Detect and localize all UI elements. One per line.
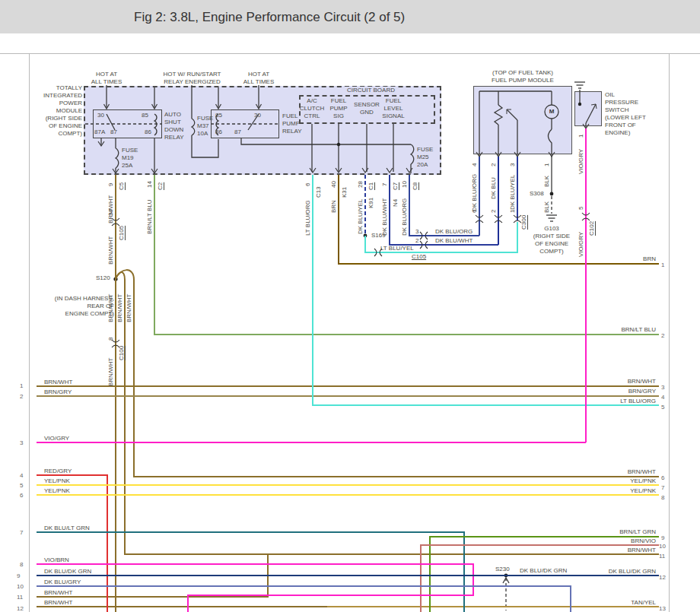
fp-pin-85: 85 [215, 112, 222, 119]
left-row-number: 10 [17, 583, 24, 590]
wire-vio-brn [37, 564, 473, 612]
exit40-pin: 40 [330, 177, 337, 188]
right-row-label: DK BLU/DK GRN [534, 568, 656, 576]
wire-brn-wht-branch3 [116, 270, 659, 477]
fpm-pin-2: 2 [490, 157, 497, 166]
asd-relay-name: AUTO SHUT DOWN RELAY [164, 111, 184, 141]
fuse-m25-label: FUSE M25 20A [417, 146, 433, 169]
exit40-wire-color: BRN [330, 193, 337, 213]
c105a-pin-34: 34 [107, 204, 114, 216]
exit28-pin: 28 [357, 177, 364, 188]
right-row-number: 8 [661, 494, 664, 501]
left-row-label: RED/GRY [44, 468, 72, 475]
wire-dk-blu-lt-grn [37, 532, 464, 612]
c105-row3-pin: 3 [415, 228, 418, 236]
left-row-label: BRN/WHT [44, 599, 72, 607]
left-row-number: 11 [17, 594, 23, 601]
s120-wire-2: BRN/WHT [116, 289, 123, 322]
wiring-diagram-page: Fig 2: 3.8L, Engine Performance Circuit … [0, 0, 700, 612]
exit6-circuit-code: C13 [315, 182, 322, 198]
exit28-wire-color: DK BLU/YEL [357, 192, 364, 234]
exit7-connector: C7 [392, 178, 399, 190]
exit40-circuit-code: K31 [341, 182, 348, 198]
cb-terminal-sensor-gnd: SENSOR GND [351, 101, 383, 116]
exit9-connector: C5 [118, 178, 125, 190]
fp-pin-87: 87 [234, 128, 241, 135]
left-row-label: BRN/GRY [44, 388, 72, 396]
asd-pin-30: 30 [97, 112, 104, 119]
ops-wire-color: VIO/GRY [578, 141, 584, 174]
right-row-number: 13 [659, 605, 666, 612]
exit28-connector: C1 [368, 178, 374, 190]
right-row-label: BRN/LT BLU [534, 326, 656, 334]
blk-wire-label: BLK [543, 196, 550, 213]
wire-dk-blu-org-row [409, 175, 479, 236]
c300-pin-1: 1 [509, 204, 516, 213]
fpm-wire-2: DK BLU [490, 169, 497, 199]
right-row-label: BRN [534, 255, 656, 263]
circuit-board-title: CIRCUIT BOARD [345, 87, 397, 94]
exit14-wire-color: BRN/LT BLU [146, 190, 153, 234]
left-row-number: 1 [20, 382, 23, 389]
right-row-number: 6 [661, 474, 664, 481]
fpm-pin-1: 1 [543, 157, 550, 166]
exit7-circuit-code: N4 [392, 193, 399, 207]
exit7-wire-color: DK BLU/WHT [381, 192, 388, 236]
exit7-pin: 7 [381, 177, 388, 186]
exit6-pin: 6 [304, 177, 311, 186]
right-row-number: 9 [661, 534, 664, 541]
fpm-wire-1: BLK [543, 169, 550, 187]
left-row-number: 12 [17, 605, 24, 612]
right-row-number: 5 [661, 404, 664, 411]
right-row-label: TAN/YEL [534, 599, 656, 607]
splice-s120: S120 [96, 274, 110, 282]
c300-pin-6: 6 [471, 204, 478, 213]
right-row-label: LT BLU/ORG [534, 398, 656, 405]
fpm-pin-3: 3 [509, 157, 516, 166]
wire-lt-blu-org [313, 175, 659, 405]
c102-connector: C102 [588, 213, 595, 236]
cb-terminal-ac-clutch: A/C CLUTCH CTRL [298, 97, 326, 120]
c105-connector-label: C105 [412, 253, 426, 261]
fpm-name: FUEL PUMP MODULE [492, 77, 554, 84]
asd-pin-87a: 87A [94, 128, 105, 135]
cb-terminal-fuel-level: FUEL LEVEL SIGNAL [380, 97, 407, 120]
splice-s230: S230 [495, 566, 510, 573]
left-row-label: VIO/GRY [44, 435, 69, 442]
right-row-number: 4 [661, 394, 664, 401]
left-row-number: 7 [20, 529, 23, 536]
exit9-pin: 9 [107, 177, 114, 186]
fpm-pin-4: 4 [471, 157, 478, 166]
left-row-number: 4 [20, 472, 23, 479]
c105a-wire-below: BRN/WHT [107, 231, 114, 265]
right-row-number: 7 [661, 484, 664, 491]
exit28-circuit-code: K91 [368, 193, 374, 208]
s120-wire-1: BRN/WHT [107, 289, 114, 322]
exit10-wire-color: DK BLU/ORG [401, 192, 408, 236]
feed-label-3: HOT AT ALL TIMES [228, 71, 289, 86]
right-row-label: BRN/WHT [534, 468, 656, 476]
feed-label-2: HOT W/ RUN/START RELAY ENERGIZED [145, 71, 240, 86]
splice-s169: S169 [371, 232, 386, 239]
c105a-connector: C105 [118, 219, 125, 240]
motor-icon: M [546, 108, 557, 115]
c100-wire-below: BRN/WHT [107, 353, 114, 386]
left-row-label: BRN/WHT [44, 379, 72, 386]
right-row-number: 11 [659, 553, 665, 560]
exit6-wire-color: LT BLU/ORG [304, 193, 311, 236]
left-row-label: DK BLU/LT GRN [44, 525, 90, 532]
feed-label-1: HOT AT ALL TIMES [76, 71, 137, 86]
left-row-label: YEL/PNK [44, 487, 70, 495]
black-component-wires [85, 82, 597, 610]
s120-wire-3: BRN/WHT [126, 289, 132, 322]
right-row-number: 10 [659, 543, 666, 550]
right-row-number: 3 [661, 384, 664, 391]
left-row-number: 5 [20, 482, 23, 489]
c100-pin-8: 8 [107, 331, 114, 341]
left-row-number: 9 [17, 572, 20, 579]
right-row-label: YEL/PNK [534, 477, 656, 485]
left-row-label: DK BLU/GRY [44, 579, 81, 586]
c105-row3-label: DK BLU/ORG [435, 228, 473, 236]
lt-blu-yel-label: LT BLU/YEL [380, 245, 414, 252]
right-row-number: 12 [659, 574, 666, 581]
